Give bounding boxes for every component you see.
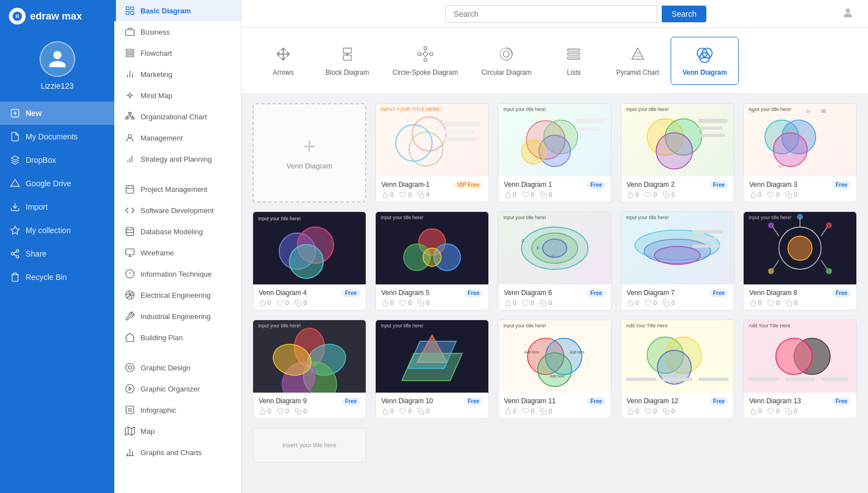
template-card-venn-6[interactable]: Input your title here! A B C Venn Diagra… xyxy=(498,211,612,311)
middle-item-organizational-chart[interactable]: Organizational Chart xyxy=(114,106,241,127)
svg-rect-184 xyxy=(699,378,729,381)
category-block-diagram[interactable]: Block Diagram xyxy=(314,37,381,85)
template-card-venn-3[interactable]: Input your title here! 01 02 03 05 Venn … xyxy=(743,103,857,202)
middle-item-industrial-engineering[interactable]: Industrial Engineering xyxy=(114,306,241,327)
svg-rect-51 xyxy=(126,406,134,414)
middle-item-database-modeling[interactable]: Database Modeling xyxy=(114,221,241,242)
svg-text:01: 01 xyxy=(750,109,755,114)
template-card-venn-1b[interactable]: Input your title here! Venn Diagram 1 Fr… xyxy=(498,103,612,202)
middle-item-information-technique[interactable]: Information Technique xyxy=(114,263,241,284)
middle-item-graphic-design[interactable]: Graphic Design xyxy=(114,357,241,378)
svg-rect-192 xyxy=(788,410,792,414)
new-template-card[interactable]: + Venn Diagram xyxy=(253,103,366,202)
svg-point-120 xyxy=(289,244,323,278)
middle-item-business[interactable]: Business xyxy=(114,21,241,42)
middle-section-divider-2 xyxy=(114,348,241,357)
template-thumb-partial: Insert your title here xyxy=(253,428,366,462)
sidebar-item-my-collection[interactable]: My collection xyxy=(0,219,114,242)
middle-item-electrical-engineering[interactable]: Electrical Engineering xyxy=(114,284,241,306)
template-card-venn-12[interactable]: Add Your Title Here Venn Diagram 12 Free xyxy=(620,320,734,419)
sidebar-item-recycle-bin[interactable]: Recycle Bin xyxy=(0,265,114,289)
category-label-circular-diagram: Circular Diagram xyxy=(481,69,531,78)
template-info-venn-12: Venn Diagram 12 Free 0 0 0 xyxy=(621,393,734,418)
middle-label-flowchart: Flowchart xyxy=(140,49,172,57)
middle-label-graphs-and-charts: Graphs and Charts xyxy=(140,448,202,457)
template-card-venn-9[interactable]: Input your title here! Venn Diagram 9 Fr… xyxy=(253,320,366,419)
template-info-venn-8: Venn Diagram 8 Free 0 0 0 xyxy=(744,284,856,310)
sidebar-item-new[interactable]: New xyxy=(0,102,114,125)
svg-rect-191 xyxy=(821,378,848,381)
middle-item-map[interactable]: Map xyxy=(114,420,241,442)
middle-item-infographic[interactable]: Infographic xyxy=(114,399,241,420)
sidebar-item-share[interactable]: Share xyxy=(0,242,114,265)
logo-area: edraw max xyxy=(0,0,114,32)
middle-label-software-development: Software Development xyxy=(140,206,214,215)
svg-line-150 xyxy=(773,260,779,269)
middle-label-building-plan: Building Plan xyxy=(140,334,183,342)
template-card-venn-5[interactable]: Input your title here! Venn Diagram 5 Fr… xyxy=(375,211,489,311)
svg-text:Add Your Title Here: Add Your Title Here xyxy=(749,323,791,328)
middle-item-wireframe[interactable]: Wireframe xyxy=(114,242,241,263)
user-avatar-icon xyxy=(841,6,855,22)
template-card-venn-7[interactable]: Input your title here! Venn Diagram 7 Fr… xyxy=(620,211,734,311)
template-badge-venn-4: Free xyxy=(342,289,360,297)
middle-item-management[interactable]: Management xyxy=(114,127,241,148)
template-card-venn-4[interactable]: Input your title here! Venn Diagram 4 Fr… xyxy=(253,211,366,311)
svg-rect-62 xyxy=(343,48,351,53)
svg-rect-140 xyxy=(692,230,722,234)
search-button[interactable]: Search xyxy=(662,6,706,22)
svg-rect-77 xyxy=(568,57,580,59)
template-card-venn-1[interactable]: INPUT YOUR TITLE HERE! Venn Diagram-1 VI… xyxy=(375,103,489,202)
sidebar-item-import[interactable]: Import xyxy=(0,195,114,219)
search-container: Search xyxy=(311,5,841,23)
middle-item-graphic-organizer[interactable]: Graphic Organizer xyxy=(114,378,241,399)
template-name-venn-4: Venn Diagram 4 xyxy=(259,289,307,297)
middle-item-graphs-and-charts[interactable]: Graphs and Charts xyxy=(114,442,241,463)
svg-marker-5 xyxy=(11,226,20,234)
template-card-venn-10[interactable]: Input your title here! Venn Diagram 10 F… xyxy=(375,320,489,419)
plus-icon: + xyxy=(303,135,316,157)
search-input[interactable] xyxy=(445,5,657,23)
svg-point-131 xyxy=(542,239,566,257)
svg-point-96 xyxy=(521,140,545,164)
pyramid-chart-icon xyxy=(628,44,648,64)
svg-marker-52 xyxy=(125,427,135,436)
svg-point-156 xyxy=(768,222,774,228)
middle-item-basic-diagram[interactable]: Basic Diagram xyxy=(114,0,241,21)
template-badge-venn-1b: Free xyxy=(587,181,605,189)
template-card-partial[interactable]: Insert your title here xyxy=(253,428,366,462)
template-info-venn-3: Venn Diagram 3 Free 0 0 0 xyxy=(744,176,856,202)
template-info-venn-5: Venn Diagram 5 Free 0 0 0 xyxy=(376,284,488,310)
category-circular-diagram[interactable]: Circular Diagram xyxy=(469,37,543,85)
category-circle-spoke[interactable]: Circle-Spoke Diagram xyxy=(381,37,469,85)
svg-rect-91 xyxy=(420,194,424,197)
category-pyramid-chart[interactable]: Pyramid Chart xyxy=(604,37,671,85)
template-card-venn-8[interactable]: Input your title here! xyxy=(743,211,857,311)
svg-line-151 xyxy=(821,260,827,269)
category-label-venn-diagram: Venn Diagram xyxy=(682,69,727,78)
svg-rect-14 xyxy=(126,12,129,14)
category-arrows[interactable]: Arrows xyxy=(253,37,314,85)
middle-item-strategy-and-planning[interactable]: Strategy and Planning xyxy=(114,148,241,170)
category-lists[interactable]: Lists xyxy=(543,37,604,85)
category-venn-diagram[interactable]: Venn Diagram xyxy=(671,37,739,85)
template-card-venn-13[interactable]: Add Your Title Here Venn Diagram 13 Free xyxy=(743,320,857,419)
sidebar-item-my-documents[interactable]: My Documents xyxy=(0,125,114,148)
sidebar-label-new: New xyxy=(26,109,42,118)
template-card-venn-11[interactable]: Input your title here! Add here Add here… xyxy=(498,320,612,419)
template-info-venn-11: Venn Diagram 11 Free 0 0 0 xyxy=(498,393,611,418)
template-info-venn-4: Venn Diagram 4 Free 0 0 0 xyxy=(253,284,366,310)
template-card-venn-2[interactable]: Input your title here! Venn Diagram 2 Fr… xyxy=(620,103,734,202)
sidebar-item-dropbox[interactable]: DropBox xyxy=(0,148,114,172)
middle-item-building-plan[interactable]: Building Plan xyxy=(114,327,241,348)
middle-item-software-development[interactable]: Software Development xyxy=(114,200,241,221)
sidebar-item-google-drive[interactable]: Google Drive xyxy=(0,172,114,195)
middle-item-flowchart[interactable]: Flowchart xyxy=(114,42,241,64)
middle-item-marketing[interactable]: Marketing xyxy=(114,64,241,85)
middle-item-mind-map[interactable]: Mind Map xyxy=(114,85,241,106)
svg-point-22 xyxy=(129,94,132,97)
svg-line-9 xyxy=(13,254,16,256)
avatar xyxy=(40,41,75,77)
middle-label-business: Business xyxy=(140,28,170,36)
middle-item-project-management[interactable]: Project Management xyxy=(114,178,241,200)
